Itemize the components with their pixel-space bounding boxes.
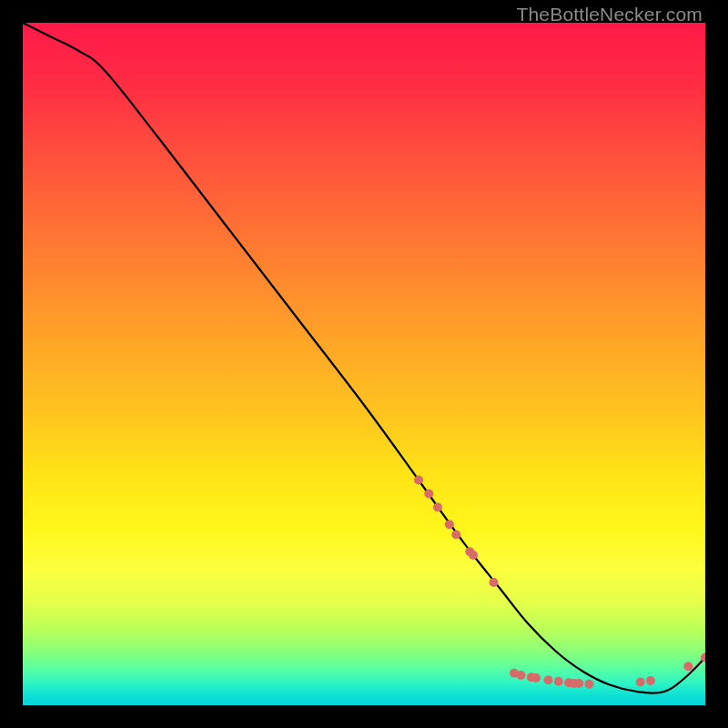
watermark-text: TheBottleNecker.com — [516, 4, 703, 25]
highlight-marker — [424, 490, 433, 499]
highlight-marker — [433, 503, 442, 512]
highlight-marker — [414, 476, 423, 485]
highlight-marker — [490, 578, 499, 587]
highlight-marker — [585, 680, 594, 689]
highlight-marker — [574, 679, 583, 688]
highlight-marker — [646, 676, 655, 685]
highlight-marker — [517, 671, 526, 680]
highlight-marker — [451, 531, 460, 540]
chart-svg — [23, 23, 705, 705]
highlight-marker-group — [414, 476, 705, 689]
bottleneck-curve-path — [23, 23, 705, 693]
plot-area — [23, 23, 705, 705]
highlight-marker — [636, 678, 645, 687]
highlight-marker — [445, 520, 454, 529]
highlight-marker — [683, 662, 693, 671]
chart-frame: TheBottleNecker.com — [0, 0, 728, 728]
highlight-marker — [531, 673, 541, 682]
highlight-marker — [544, 675, 553, 684]
highlight-marker — [469, 551, 478, 560]
highlight-marker — [554, 677, 563, 686]
